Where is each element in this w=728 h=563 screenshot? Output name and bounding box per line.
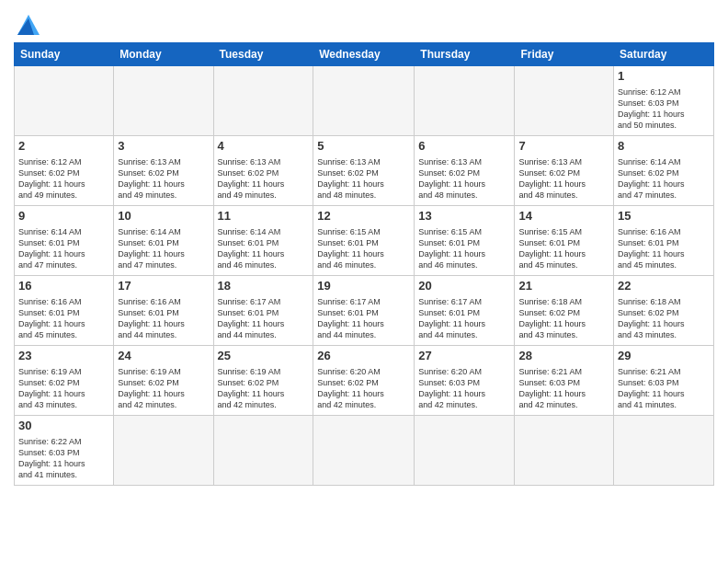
day-info: Sunrise: 6:14 AM Sunset: 6:01 PM Dayligh… — [118, 226, 209, 271]
day-info: Sunrise: 6:20 AM Sunset: 6:02 PM Dayligh… — [317, 366, 410, 411]
calendar-cell: 30Sunrise: 6:22 AM Sunset: 6:03 PM Dayli… — [15, 416, 114, 486]
day-number: 18 — [218, 279, 310, 294]
calendar-cell: 18Sunrise: 6:17 AM Sunset: 6:01 PM Dayli… — [213, 276, 313, 346]
calendar-cell: 21Sunrise: 6:18 AM Sunset: 6:02 PM Dayli… — [515, 276, 614, 346]
calendar-cell: 11Sunrise: 6:14 AM Sunset: 6:01 PM Dayli… — [213, 206, 313, 276]
day-number: 20 — [418, 279, 510, 294]
day-info: Sunrise: 6:12 AM Sunset: 6:03 PM Dayligh… — [618, 86, 710, 132]
day-number: 12 — [317, 209, 410, 224]
day-number: 26 — [317, 349, 410, 364]
calendar-cell: 8Sunrise: 6:14 AM Sunset: 6:02 PM Daylig… — [614, 136, 714, 206]
calendar-cell: 27Sunrise: 6:20 AM Sunset: 6:03 PM Dayli… — [415, 346, 515, 416]
calendar-week-3: 9Sunrise: 6:14 AM Sunset: 6:01 PM Daylig… — [15, 206, 714, 276]
day-number: 19 — [317, 279, 410, 294]
calendar-cell: 12Sunrise: 6:15 AM Sunset: 6:01 PM Dayli… — [313, 206, 415, 276]
day-info: Sunrise: 6:15 AM Sunset: 6:01 PM Dayligh… — [418, 226, 510, 271]
day-number: 16 — [18, 279, 109, 294]
day-number: 9 — [18, 209, 109, 224]
day-info: Sunrise: 6:15 AM Sunset: 6:01 PM Dayligh… — [317, 226, 410, 271]
calendar-cell: 1Sunrise: 6:12 AM Sunset: 6:03 PM Daylig… — [614, 66, 714, 136]
day-number: 7 — [518, 139, 609, 155]
calendar-cell — [515, 66, 614, 136]
calendar: SundayMondayTuesdayWednesdayThursdayFrid… — [14, 42, 714, 486]
calendar-cell: 28Sunrise: 6:21 AM Sunset: 6:03 PM Dayli… — [515, 346, 614, 416]
col-header-friday: Friday — [515, 43, 614, 66]
day-info: Sunrise: 6:17 AM Sunset: 6:01 PM Dayligh… — [418, 296, 510, 341]
calendar-cell: 19Sunrise: 6:17 AM Sunset: 6:01 PM Dayli… — [313, 276, 415, 346]
calendar-cell: 15Sunrise: 6:16 AM Sunset: 6:01 PM Dayli… — [614, 206, 714, 276]
calendar-cell: 7Sunrise: 6:13 AM Sunset: 6:02 PM Daylig… — [515, 136, 614, 206]
logo — [14, 9, 43, 35]
day-info: Sunrise: 6:19 AM Sunset: 6:02 PM Dayligh… — [218, 366, 310, 411]
day-info: Sunrise: 6:19 AM Sunset: 6:02 PM Dayligh… — [18, 366, 109, 411]
calendar-cell: 14Sunrise: 6:15 AM Sunset: 6:01 PM Dayli… — [515, 206, 614, 276]
day-number: 22 — [618, 279, 710, 294]
day-number: 13 — [418, 209, 510, 224]
calendar-cell: 22Sunrise: 6:18 AM Sunset: 6:02 PM Dayli… — [614, 276, 714, 346]
day-number: 4 — [218, 139, 310, 155]
day-info: Sunrise: 6:14 AM Sunset: 6:01 PM Dayligh… — [218, 226, 310, 271]
day-info: Sunrise: 6:16 AM Sunset: 6:01 PM Dayligh… — [118, 296, 209, 341]
calendar-cell: 20Sunrise: 6:17 AM Sunset: 6:01 PM Dayli… — [415, 276, 515, 346]
day-info: Sunrise: 6:17 AM Sunset: 6:01 PM Dayligh… — [218, 296, 310, 341]
day-info: Sunrise: 6:16 AM Sunset: 6:01 PM Dayligh… — [18, 296, 109, 341]
day-info: Sunrise: 6:13 AM Sunset: 6:02 PM Dayligh… — [317, 156, 410, 201]
calendar-cell — [515, 416, 614, 486]
day-number: 29 — [618, 349, 710, 364]
day-info: Sunrise: 6:14 AM Sunset: 6:01 PM Dayligh… — [18, 226, 109, 271]
day-number: 23 — [18, 349, 109, 364]
day-number: 25 — [218, 349, 310, 364]
day-number: 10 — [118, 209, 209, 224]
col-header-tuesday: Tuesday — [213, 43, 313, 66]
day-number: 17 — [118, 279, 209, 294]
col-header-thursday: Thursday — [415, 43, 515, 66]
calendar-cell: 5Sunrise: 6:13 AM Sunset: 6:02 PM Daylig… — [313, 136, 415, 206]
calendar-cell: 24Sunrise: 6:19 AM Sunset: 6:02 PM Dayli… — [114, 346, 213, 416]
calendar-cell: 6Sunrise: 6:13 AM Sunset: 6:02 PM Daylig… — [415, 136, 515, 206]
logo-icon — [14, 9, 40, 35]
calendar-cell: 9Sunrise: 6:14 AM Sunset: 6:01 PM Daylig… — [15, 206, 114, 276]
calendar-cell — [213, 66, 313, 136]
calendar-week-1: 1Sunrise: 6:12 AM Sunset: 6:03 PM Daylig… — [15, 66, 714, 136]
day-info: Sunrise: 6:12 AM Sunset: 6:02 PM Dayligh… — [18, 156, 109, 201]
day-info: Sunrise: 6:16 AM Sunset: 6:01 PM Dayligh… — [618, 226, 710, 271]
day-info: Sunrise: 6:17 AM Sunset: 6:01 PM Dayligh… — [317, 296, 410, 341]
col-header-sunday: Sunday — [15, 43, 114, 66]
day-number: 15 — [618, 209, 710, 224]
day-number: 3 — [118, 139, 209, 155]
day-number: 28 — [518, 349, 609, 364]
calendar-cell — [415, 416, 515, 486]
day-info: Sunrise: 6:22 AM Sunset: 6:03 PM Dayligh… — [18, 436, 109, 481]
calendar-week-2: 2Sunrise: 6:12 AM Sunset: 6:02 PM Daylig… — [15, 136, 714, 206]
day-number: 24 — [118, 349, 209, 364]
col-header-saturday: Saturday — [614, 43, 714, 66]
day-number: 30 — [18, 419, 109, 434]
day-info: Sunrise: 6:13 AM Sunset: 6:02 PM Dayligh… — [218, 156, 310, 201]
calendar-cell — [313, 66, 415, 136]
page-container: SundayMondayTuesdayWednesdayThursdayFrid… — [0, 0, 728, 563]
calendar-cell — [415, 66, 515, 136]
calendar-cell — [614, 416, 714, 486]
calendar-cell: 2Sunrise: 6:12 AM Sunset: 6:02 PM Daylig… — [15, 136, 114, 206]
calendar-cell — [114, 416, 213, 486]
day-number: 1 — [618, 69, 710, 85]
day-number: 6 — [418, 139, 510, 155]
calendar-cell — [114, 66, 213, 136]
calendar-week-6: 30Sunrise: 6:22 AM Sunset: 6:03 PM Dayli… — [15, 416, 714, 486]
calendar-cell: 3Sunrise: 6:13 AM Sunset: 6:02 PM Daylig… — [114, 136, 213, 206]
day-info: Sunrise: 6:20 AM Sunset: 6:03 PM Dayligh… — [418, 366, 510, 411]
calendar-cell: 26Sunrise: 6:20 AM Sunset: 6:02 PM Dayli… — [313, 346, 415, 416]
calendar-cell — [213, 416, 313, 486]
calendar-cell: 4Sunrise: 6:13 AM Sunset: 6:02 PM Daylig… — [213, 136, 313, 206]
day-number: 8 — [618, 139, 710, 155]
calendar-cell — [313, 416, 415, 486]
day-number: 21 — [518, 279, 609, 294]
col-header-wednesday: Wednesday — [313, 43, 415, 66]
day-info: Sunrise: 6:19 AM Sunset: 6:02 PM Dayligh… — [118, 366, 209, 411]
calendar-week-5: 23Sunrise: 6:19 AM Sunset: 6:02 PM Dayli… — [15, 346, 714, 416]
calendar-header-row: SundayMondayTuesdayWednesdayThursdayFrid… — [15, 43, 714, 66]
day-number: 2 — [18, 139, 109, 155]
calendar-week-4: 16Sunrise: 6:16 AM Sunset: 6:01 PM Dayli… — [15, 276, 714, 346]
calendar-cell: 16Sunrise: 6:16 AM Sunset: 6:01 PM Dayli… — [15, 276, 114, 346]
col-header-monday: Monday — [114, 43, 213, 66]
